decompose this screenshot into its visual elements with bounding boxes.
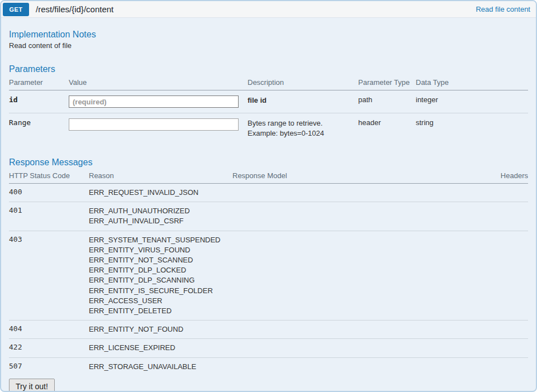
response-row: 403ERR_SYSTEM_TENANT_SUSPENDEDERR_ENTITY…: [9, 231, 528, 321]
response-model: [232, 231, 418, 321]
response-row: 422ERR_LICENSE_EXPIRED: [9, 339, 528, 357]
response-headers: [418, 231, 528, 321]
parameter-description-line: Bytes range to retrieve.: [248, 118, 358, 128]
operation-path-link[interactable]: /rest/files/{id}/content: [36, 4, 113, 14]
col-response-model: Response Model: [232, 169, 418, 184]
response-row: 400ERR_REQUEST_INVALID_JSON: [9, 184, 528, 202]
parameter-data-type: integer: [416, 90, 528, 113]
response-reason-line: ERR_ENTITY_DLP_LOCKED: [89, 265, 232, 275]
parameter-value-cell: [69, 90, 248, 113]
col-description: Description: [248, 75, 358, 90]
parameter-description: file id: [248, 90, 358, 113]
col-data-type: Data Type: [416, 75, 528, 90]
response-model: [232, 321, 418, 339]
response-reason: ERR_LICENSE_EXPIRED: [89, 339, 232, 357]
col-reason: Reason: [89, 169, 232, 184]
col-value: Value: [69, 75, 248, 90]
parameter-value-cell: [69, 113, 248, 144]
http-status-code: 403: [9, 231, 89, 321]
parameter-name: id: [9, 90, 69, 113]
response-reason-line: ERR_ENTITY_IS_SECURE_FOLDER: [89, 286, 232, 296]
parameter-name: Range: [9, 113, 69, 144]
response-reason-line: ERR_ENTITY_DLP_SCANNING: [89, 275, 232, 285]
parameters-table: Parameter Value Description Parameter Ty…: [9, 75, 528, 144]
api-operation-panel: GET /rest/files/{id}/content Read file c…: [0, 0, 537, 392]
response-reason-line: ERR_ENTITY_NOT_SCANNED: [89, 255, 232, 265]
response-messages-table: HTTP Status Code Reason Response Model H…: [9, 169, 528, 376]
col-headers: Headers: [418, 169, 528, 184]
response-reason: ERR_SYSTEM_TENANT_SUSPENDEDERR_ENTITY_VI…: [89, 231, 232, 321]
http-status-code: 401: [9, 202, 89, 231]
response-model: [232, 202, 418, 231]
response-headers: [418, 321, 528, 339]
parameter-description-line: file id: [248, 95, 358, 106]
parameter-type: header: [358, 113, 416, 144]
parameter-value-input[interactable]: [69, 95, 239, 108]
response-reason-line: ERR_LICENSE_EXPIRED: [89, 343, 232, 353]
http-status-code: 422: [9, 339, 89, 357]
response-model: [232, 339, 418, 357]
parameter-type: path: [358, 90, 416, 113]
response-reason: ERR_AUTH_UNAUTHORIZEDERR_AUTH_INVALID_CS…: [89, 202, 232, 231]
col-http-status-code: HTTP Status Code: [9, 169, 89, 184]
response-row: 401ERR_AUTH_UNAUTHORIZEDERR_AUTH_INVALID…: [9, 202, 528, 231]
operation-summary-link[interactable]: Read file content: [476, 5, 530, 13]
response-reason-line: ERR_STORAGE_UNAVAILABLE: [89, 362, 232, 372]
response-model: [232, 357, 418, 376]
response-row: 404ERR_ENTITY_NOT_FOUND: [9, 321, 528, 339]
response-reason-line: ERR_ENTITY_DELETED: [89, 306, 232, 316]
responses-header-row: HTTP Status Code Reason Response Model H…: [9, 169, 528, 184]
col-parameter-type: Parameter Type: [358, 75, 416, 90]
parameter-row: RangeBytes range to retrieve.Example: by…: [9, 113, 528, 144]
response-reason: ERR_REQUEST_INVALID_JSON: [89, 184, 232, 202]
http-status-code: 404: [9, 321, 89, 339]
implementation-notes-text: Read content of file: [9, 41, 528, 50]
response-reason-line: ERR_ENTITY_VIRUS_FOUND: [89, 245, 232, 255]
response-headers: [418, 184, 528, 202]
http-status-code: 507: [9, 357, 89, 376]
operation-header: GET /rest/files/{id}/content Read file c…: [1, 1, 536, 18]
operation-content: Implementation Notes Read content of fil…: [1, 18, 536, 392]
response-messages-title: Response Messages: [9, 157, 528, 168]
response-headers: [418, 357, 528, 376]
response-reason-line: ERR_ACCESS_USER: [89, 296, 232, 306]
response-reason-line: ERR_ENTITY_NOT_FOUND: [89, 324, 232, 334]
response-reason-line: ERR_REQUEST_INVALID_JSON: [89, 188, 232, 198]
response-headers: [418, 202, 528, 231]
response-reason-line: ERR_AUTH_UNAUTHORIZED: [89, 206, 232, 216]
response-reason-line: ERR_AUTH_INVALID_CSRF: [89, 216, 232, 226]
http-status-code: 400: [9, 184, 89, 202]
parameter-description-line: Example: bytes=0-1024: [248, 128, 358, 138]
parameter-row: idfile idpathinteger: [9, 90, 528, 113]
response-reason-line: ERR_SYSTEM_TENANT_SUSPENDED: [89, 235, 232, 245]
response-headers: [418, 339, 528, 357]
parameter-value-input[interactable]: [69, 118, 239, 131]
parameters-header-row: Parameter Value Description Parameter Ty…: [9, 75, 528, 90]
response-model: [232, 184, 418, 202]
response-row: 507ERR_STORAGE_UNAVAILABLE: [9, 357, 528, 376]
response-reason: ERR_ENTITY_NOT_FOUND: [89, 321, 232, 339]
parameter-description: Bytes range to retrieve.Example: bytes=0…: [248, 113, 358, 144]
implementation-notes-title: Implementation Notes: [9, 29, 528, 40]
parameter-data-type: string: [416, 113, 528, 144]
col-parameter: Parameter: [9, 75, 69, 90]
response-reason: ERR_STORAGE_UNAVAILABLE: [89, 357, 232, 376]
http-method-badge: GET: [3, 3, 29, 16]
parameters-title: Parameters: [9, 64, 528, 74]
try-it-out-button[interactable]: Try it out!: [9, 379, 55, 392]
